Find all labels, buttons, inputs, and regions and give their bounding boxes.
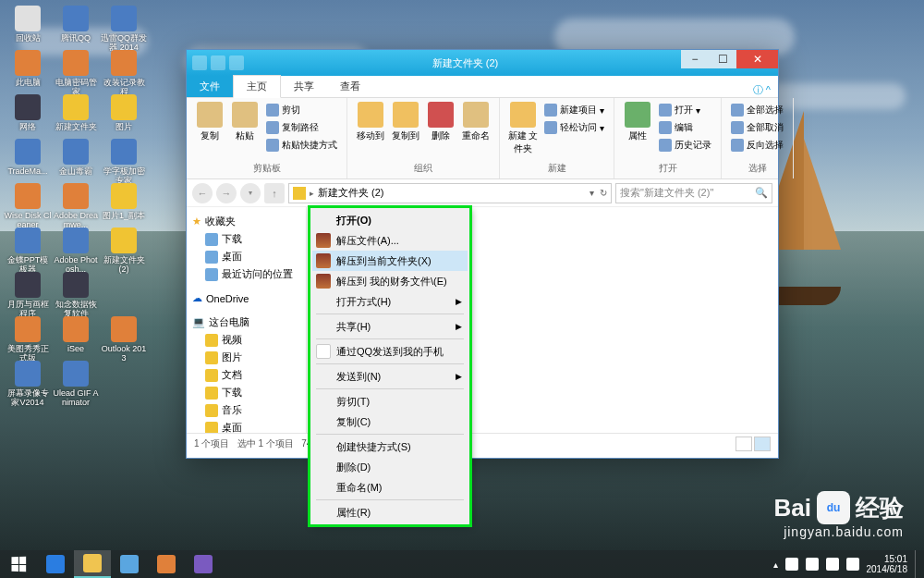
ctx-qq-send[interactable]: 通过QQ发送到我的手机 — [312, 341, 468, 362]
nav-item[interactable]: 桌面 — [188, 248, 304, 265]
tab-view[interactable]: 查看 — [327, 76, 373, 97]
nav-item[interactable]: 视频 — [188, 331, 304, 349]
desktop-icon[interactable]: Adobe Photosh... — [52, 226, 100, 270]
refresh-icon[interactable]: ↻ — [600, 188, 607, 198]
nav-item[interactable]: 图片 — [188, 349, 304, 366]
nav-thispc[interactable]: 💻这台电脑 — [188, 314, 304, 331]
view-details-button[interactable] — [736, 437, 752, 451]
desktop-icon[interactable]: 金山毒霸 — [52, 137, 100, 181]
nav-onedrive[interactable]: ☁OneDrive — [188, 290, 304, 306]
newitem-button[interactable]: 新建项目 ▾ — [542, 102, 606, 118]
properties-button[interactable]: 属性 — [622, 102, 653, 142]
qat-props-icon[interactable] — [211, 55, 225, 70]
tray-expand-icon[interactable]: ▴ — [773, 560, 778, 570]
qat-folder-icon[interactable] — [192, 55, 207, 70]
taskbar-ie[interactable] — [37, 550, 74, 578]
desktop-icon[interactable]: 知念数据恢复软件 — [52, 270, 100, 314]
nav-item[interactable]: 最近访问的位置 — [188, 265, 304, 283]
recent-dropdown-button[interactable]: ▾ — [240, 183, 261, 203]
desktop-icon[interactable]: 新建文件夹 — [52, 92, 100, 137]
help-icon[interactable]: ⓘ ^ — [753, 83, 778, 97]
qat-new-icon[interactable] — [229, 55, 244, 70]
desktop-icon[interactable]: TradeMa... — [4, 137, 52, 181]
taskbar-app2[interactable] — [148, 550, 185, 578]
ctx-delete[interactable]: 删除(D) — [312, 457, 468, 477]
tray-volume-icon[interactable] — [846, 558, 859, 571]
desktop-icon[interactable]: Adobe Dreamwe... — [52, 181, 100, 226]
desktop-icon[interactable]: 图片 — [100, 92, 148, 137]
desktop-icon[interactable]: 此电脑 — [4, 48, 52, 92]
desktop-icon[interactable] — [100, 270, 148, 314]
desktop-icon[interactable] — [100, 359, 148, 403]
nav-item[interactable]: 下载 — [188, 230, 304, 248]
tab-home[interactable]: 主页 — [233, 75, 281, 98]
copyto-button[interactable]: 复制到 — [390, 102, 421, 142]
ctx-copy[interactable]: 复制(C) — [312, 412, 468, 432]
tray-flag-icon[interactable] — [806, 558, 819, 571]
show-desktop-button[interactable] — [915, 550, 920, 578]
easyaccess-button[interactable]: 轻松访问 ▾ — [542, 119, 606, 136]
copypath-button[interactable]: 复制路径 — [264, 119, 339, 136]
selectnone-button[interactable]: 全部取消 — [729, 119, 785, 136]
pasteshortcut-button[interactable]: 粘贴快捷方式 — [264, 137, 339, 154]
history-button[interactable]: 历史记录 — [657, 137, 713, 154]
ctx-extract-here[interactable]: 解压到当前文件夹(X) — [312, 251, 468, 271]
titlebar[interactable]: 新建文件夹 (2) − ☐ ✕ — [187, 50, 778, 76]
desktop-icon[interactable]: 改装记录教程 — [100, 48, 148, 92]
moveto-button[interactable]: 移动到 — [355, 102, 386, 142]
delete-button[interactable]: 删除 — [425, 102, 456, 142]
tab-file[interactable]: 文件 — [187, 76, 233, 97]
taskbar-app1[interactable] — [111, 550, 148, 578]
ctx-cut[interactable]: 剪切(T) — [312, 391, 468, 412]
desktop-icon[interactable]: 新建文件夹(2) — [100, 226, 148, 270]
desktop-icon[interactable]: 网络 — [4, 92, 52, 137]
desktop-icon[interactable]: 电脑密码管家 — [52, 48, 100, 92]
ctx-sendto[interactable]: 发送到(N)▶ — [312, 366, 468, 387]
desktop-icon[interactable]: 迅雷QQ群发器 2014 — [100, 4, 148, 48]
address-input[interactable]: ▸ 新建文件夹 (2) ▾ ↻ — [288, 183, 612, 203]
maximize-button[interactable]: ☐ — [709, 50, 736, 68]
edit-button[interactable]: 编辑 — [657, 119, 713, 136]
tray-shield-icon[interactable] — [785, 558, 798, 571]
clock[interactable]: 15:01 2014/6/18 — [867, 554, 908, 574]
desktop-icon[interactable]: 学字板加密专家 — [100, 137, 148, 181]
desktop-icon[interactable]: 回收站 — [4, 4, 52, 48]
invert-button[interactable]: 反向选择 — [729, 137, 785, 154]
taskbar-explorer[interactable] — [74, 550, 111, 578]
start-button[interactable] — [0, 550, 37, 578]
nav-item[interactable]: 下载 — [188, 384, 304, 401]
ctx-extract-to[interactable]: 解压到 我的财务文件\(E) — [312, 271, 468, 291]
search-input[interactable]: 搜索"新建文件夹 (2)" 🔍 — [615, 183, 772, 203]
ctx-rename[interactable]: 重命名(M) — [312, 477, 468, 498]
desktop-icon[interactable]: Ulead GIF Animator — [52, 359, 100, 403]
ctx-properties[interactable]: 属性(R) — [312, 502, 468, 523]
open-button[interactable]: 打开 ▾ — [657, 102, 713, 118]
desktop-icon[interactable]: iSee — [52, 314, 100, 359]
addr-dropdown-icon[interactable]: ▾ — [590, 188, 594, 198]
ctx-openwith[interactable]: 打开方式(H)▶ — [312, 291, 468, 312]
newfolder-button[interactable]: 新建 文件夹 — [507, 102, 539, 155]
minimize-button[interactable]: − — [681, 50, 709, 68]
nav-favorites[interactable]: ★收藏夹 — [188, 213, 304, 230]
up-button[interactable]: ↑ — [264, 183, 285, 203]
desktop-icon[interactable]: Outlook 2013 — [100, 314, 148, 359]
ctx-share[interactable]: 共享(H)▶ — [312, 316, 468, 337]
view-icons-button[interactable] — [754, 437, 771, 451]
ctx-open[interactable]: 打开(O) — [312, 210, 468, 230]
desktop-icon[interactable]: 图片1_副本 — [100, 181, 148, 226]
tab-share[interactable]: 共享 — [281, 76, 327, 97]
nav-item[interactable]: 桌面 — [188, 419, 304, 433]
back-button[interactable]: ← — [192, 183, 213, 203]
close-button[interactable]: ✕ — [736, 50, 778, 68]
ctx-extract-files[interactable]: 解压文件(A)... — [312, 230, 468, 251]
desktop-icon[interactable]: 月历与画框程序 — [4, 270, 52, 314]
desktop-icon[interactable]: 金蝶PPT模板器 — [4, 226, 52, 270]
copy-button[interactable]: 复制 — [194, 102, 225, 142]
desktop-icon[interactable]: 腾讯QQ — [52, 4, 100, 48]
desktop-icon[interactable]: 美图秀秀正式版 — [4, 314, 52, 359]
rename-button[interactable]: 重命名 — [460, 102, 492, 142]
selectall-button[interactable]: 全部选择 — [729, 102, 785, 118]
tray-network-icon[interactable] — [826, 558, 839, 571]
forward-button[interactable]: → — [216, 183, 237, 203]
desktop-icon[interactable]: 屏幕录像专家V2014 — [4, 359, 52, 403]
